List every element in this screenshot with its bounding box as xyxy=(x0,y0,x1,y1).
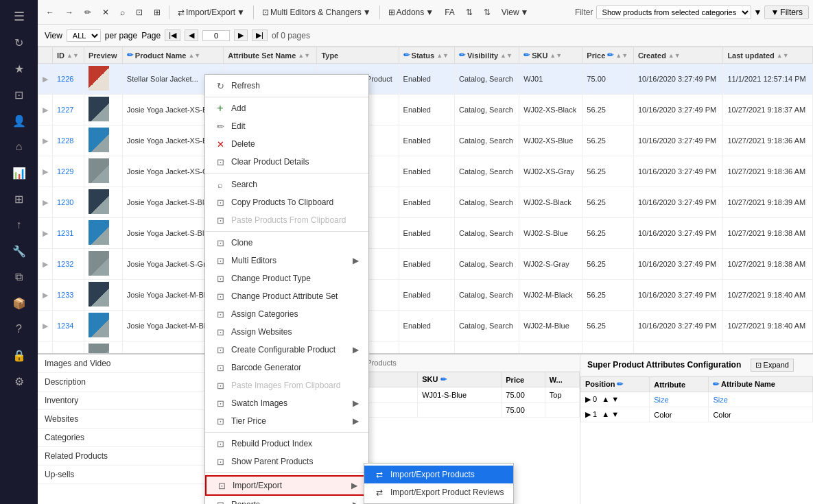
first-page-button[interactable]: |◀ xyxy=(165,29,180,41)
row-1-pos-down[interactable]: ▼ xyxy=(611,395,619,403)
ctx-assign-websites[interactable]: ⊡ Assign Websites xyxy=(205,323,368,341)
page-input[interactable] xyxy=(202,30,230,41)
ctx-swatch-images[interactable]: ⊡ Swatch Images ▶ xyxy=(205,394,368,412)
col-price[interactable]: Price ✏ ▲▼ xyxy=(582,47,634,64)
gear-nav-icon[interactable]: ⚙ xyxy=(5,369,33,394)
ctx-refresh[interactable]: ↻ Refresh xyxy=(205,77,368,95)
back-button[interactable]: ← xyxy=(42,6,58,19)
ctx-edit[interactable]: ✏ Edit xyxy=(205,117,368,135)
question-nav-icon[interactable]: ? xyxy=(5,317,33,341)
wrench-nav-icon[interactable]: 🔧 xyxy=(5,239,33,263)
ctx-rebuild-index[interactable]: ⊡ Rebuild Product Index xyxy=(205,435,368,453)
col-status[interactable]: ✏ Status ▲▼ xyxy=(399,47,454,64)
refresh-nav-icon[interactable]: ↻ xyxy=(5,30,33,55)
row-sku-1226: WJ01 xyxy=(519,64,582,95)
ctx-clone[interactable]: ⊡ Clone xyxy=(205,234,368,252)
view-select[interactable]: ALL xyxy=(67,29,101,42)
filter-select[interactable]: Show products from selected categories xyxy=(596,5,751,19)
ctx-reports[interactable]: ⊡ Reports ▶ xyxy=(205,496,368,504)
last-page-button[interactable]: ▶| xyxy=(252,29,268,41)
row-2-pos-down[interactable]: ▼ xyxy=(611,410,619,418)
sub-import-export-reviews[interactable]: ⇄ Import/Export Product Reviews xyxy=(364,483,513,501)
id-link-1228[interactable]: 1228 xyxy=(57,136,73,145)
ctx-add[interactable]: + Add xyxy=(205,99,368,117)
multi-editors-button[interactable]: ⊡ Multi Editors & Changers ▼ xyxy=(258,6,375,19)
ctx-delete[interactable]: ✕ Delete xyxy=(205,135,368,153)
bottom-nav-images[interactable]: Images and Video xyxy=(38,355,233,373)
id-link-1229[interactable]: 1229 xyxy=(57,167,73,176)
ctx-assign-categories[interactable]: ⊡ Assign Categories xyxy=(205,305,368,323)
delete-button[interactable]: ✕ xyxy=(98,6,113,19)
id-link-1233[interactable]: 1233 xyxy=(57,291,73,299)
id-link-1226[interactable]: 1226 xyxy=(57,75,73,83)
lock-nav-icon[interactable]: 🔒 xyxy=(5,343,33,368)
prev-page-button[interactable]: ◀ xyxy=(185,29,198,41)
hamburger-icon[interactable]: ☰ xyxy=(5,4,33,29)
chart-nav-icon[interactable]: 📊 xyxy=(5,160,33,185)
layers-nav-icon[interactable]: ⧉ xyxy=(5,265,33,289)
addons-button[interactable]: ⊞ Addons ▼ xyxy=(384,6,438,19)
super-attr-row-2-name: Color xyxy=(709,407,813,422)
forward-button[interactable]: → xyxy=(61,6,78,19)
col-id[interactable]: ID ▲▼ xyxy=(53,47,84,64)
row-1-pos-up[interactable]: ▲ xyxy=(602,395,609,403)
fa-button[interactable]: FA xyxy=(440,6,459,19)
puzzle-nav-icon[interactable]: ⊞ xyxy=(5,187,33,211)
id-link-1227[interactable]: 1227 xyxy=(57,106,73,114)
ctx-copy-clipboard[interactable]: ⊡ Copy Products To Clipboard xyxy=(205,193,368,211)
filters-button[interactable]: ▼ Filters xyxy=(764,5,809,19)
import-export-button[interactable]: ⇄ Import/Export ▼ xyxy=(174,6,249,19)
bottom-nav-related[interactable]: Related Products xyxy=(38,447,233,466)
bottom-nav-upsells[interactable]: Up-sells xyxy=(38,466,233,484)
col-sku[interactable]: ✏ SKU ▲▼ xyxy=(519,47,582,64)
col-created[interactable]: Created ▲▼ xyxy=(633,47,723,64)
ctx-show-parent[interactable]: ⊡ Show Parent Products xyxy=(205,453,368,470)
id-link-1234[interactable]: 1234 xyxy=(57,322,73,330)
grid-button[interactable]: ⊞ xyxy=(150,6,165,19)
ctx-import-export[interactable]: ⊡ Import/Export ▶ xyxy=(205,475,368,496)
edit-button[interactable]: ✏ xyxy=(80,6,95,19)
copy-button[interactable]: ⊡ xyxy=(132,6,147,19)
bottom-nav-inventory[interactable]: Inventory xyxy=(38,392,233,410)
ctx-change-attr-set[interactable]: ⊡ Change Product Attribute Set xyxy=(205,287,368,305)
col-visibility[interactable]: ✏ Visibility ▲▼ xyxy=(454,47,519,64)
id-link-1230[interactable]: 1230 xyxy=(57,198,73,206)
star-nav-icon[interactable]: ★ xyxy=(5,56,33,81)
ctx-create-configurable[interactable]: ⊡ Create Configurable Product ▶ xyxy=(205,341,368,359)
upload-nav-icon[interactable]: ↑ xyxy=(5,213,33,237)
size-attr-link[interactable]: Size xyxy=(654,396,668,404)
ctx-show-parent-label: Show Parent Products xyxy=(231,457,313,466)
id-link-1231[interactable]: 1231 xyxy=(57,229,73,237)
row-2-expand-arrow[interactable]: ▶ xyxy=(585,410,591,418)
ctx-multi-editors[interactable]: ⊡ Multi Editors ▶ xyxy=(205,252,368,269)
row-1-expand-arrow[interactable]: ▶ xyxy=(585,395,591,403)
ctx-tier-price[interactable]: ⊡ Tier Price ▶ xyxy=(205,412,368,430)
box2-nav-icon[interactable]: 📦 xyxy=(5,291,33,315)
next-page-button[interactable]: ▶ xyxy=(234,29,248,41)
row-2-pos-up[interactable]: ▲ xyxy=(602,410,609,418)
sub-import-export-products[interactable]: ⇄ Import/Export Products xyxy=(364,466,513,483)
bottom-nav-categories[interactable]: Categories xyxy=(38,429,233,447)
sort2-button[interactable]: ⇅ xyxy=(480,6,495,19)
col-type[interactable]: Type xyxy=(317,47,399,64)
col-attr-set[interactable]: Attribute Set Name ▲▼ xyxy=(224,47,317,64)
ctx-search[interactable]: ⌕ Search xyxy=(205,176,368,193)
products-nav-icon[interactable]: ⊡ xyxy=(5,82,33,107)
expand-button[interactable]: ⊡ Expand xyxy=(751,359,794,372)
home-nav-icon[interactable]: ⌂ xyxy=(5,134,33,159)
ctx-barcode[interactable]: ⊡ Barcode Generator xyxy=(205,359,368,376)
col-product-name[interactable]: ✏ Product Name ▲▼ xyxy=(122,47,223,64)
row-price-1230: 56.25 xyxy=(582,187,634,218)
bottom-nav-websites[interactable]: Websites xyxy=(38,410,233,429)
sort1-button[interactable]: ⇅ xyxy=(462,6,477,19)
id-link-1232[interactable]: 1232 xyxy=(57,260,73,268)
bottom-nav-description[interactable]: Description xyxy=(38,373,233,392)
ctx-clear[interactable]: ⊡ Clear Product Details xyxy=(205,153,368,171)
ctx-change-type[interactable]: ⊡ Change Product Type xyxy=(205,269,368,287)
search-button[interactable]: ⌕ xyxy=(116,6,129,19)
size-name-link[interactable]: Size xyxy=(713,396,727,404)
view-button[interactable]: View ▼ xyxy=(497,6,533,19)
col-updated[interactable]: Last updated ▲▼ xyxy=(723,47,813,64)
person-nav-icon[interactable]: 👤 xyxy=(5,108,33,133)
filter-funnel-icon: ▼ xyxy=(754,8,762,17)
